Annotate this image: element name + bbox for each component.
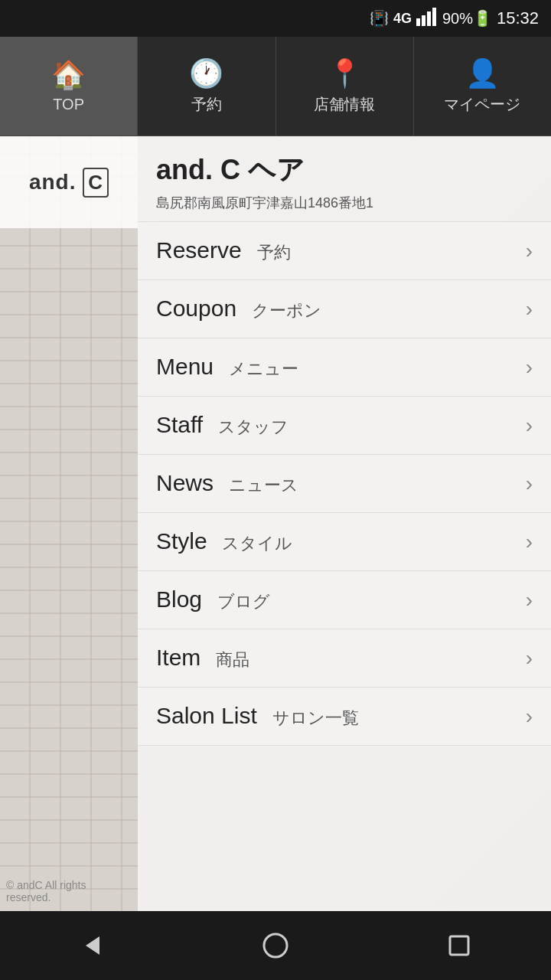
chevron-icon: › (526, 704, 533, 729)
svg-marker-4 (86, 936, 99, 955)
menu-coupon-en: Coupon (156, 296, 236, 321)
menu-item-staff[interactable]: Staff スタッフ › (138, 397, 551, 455)
copyright-text: © andC All rights reserved. (0, 879, 138, 903)
menu-item-coupon[interactable]: Coupon クーポン › (138, 280, 551, 338)
signal-4g: 4G (393, 11, 412, 27)
shop-address: 島尻郡南風原町宇津嘉山1486番地1 (156, 194, 533, 212)
tab-reserve-icon: 🕐 (189, 57, 223, 90)
menu-item-reserve[interactable]: Reserve 予約 › (138, 222, 551, 280)
svg-rect-0 (416, 18, 420, 26)
menu-menu-en: Menu (156, 354, 214, 379)
signal-bars (416, 8, 438, 29)
main-content: and. C © andC All rights reserved. and. … (0, 136, 551, 911)
svg-point-5 (264, 934, 287, 957)
menu-item-blog[interactable]: Blog ブログ › (138, 571, 551, 629)
tab-store-label: 店舗情報 (314, 94, 375, 115)
logo: and. C (29, 168, 109, 198)
menu-salonlist-ja: サロン一覧 (272, 708, 359, 727)
shop-header: and. C ヘア 島尻郡南風原町宇津嘉山1486番地1 (138, 136, 551, 222)
menu-news-en: News (156, 470, 214, 495)
menu-item-style[interactable]: Style スタイル › (138, 513, 551, 571)
menu-style-ja: スタイル (222, 534, 292, 553)
menu-item-salonlist[interactable]: Salon List サロン一覧 › (138, 688, 551, 746)
menu-overlay: and. C ヘア 島尻郡南風原町宇津嘉山1486番地1 Reserve 予約 … (138, 136, 551, 911)
menu-item-ja: 商品 (216, 650, 249, 669)
tab-top-icon: 🏠 (51, 59, 86, 91)
recents-button[interactable] (436, 923, 482, 969)
tab-store[interactable]: 📍 店舗情報 (276, 37, 414, 136)
menu-staff-ja: スタッフ (218, 417, 289, 436)
chevron-icon: › (526, 588, 533, 612)
svg-rect-6 (450, 936, 468, 955)
logo-c-box: C (83, 168, 109, 198)
menu-item-news[interactable]: News ニュース › (138, 455, 551, 513)
menu-item-item[interactable]: Item 商品 › (138, 629, 551, 688)
chevron-icon: › (526, 413, 533, 438)
nav-bar (0, 911, 551, 980)
home-button[interactable] (253, 923, 298, 969)
svg-rect-1 (422, 15, 425, 26)
menu-coupon-ja: クーポン (252, 301, 321, 320)
menu-blog-en: Blog (156, 586, 202, 612)
chevron-icon: › (526, 472, 533, 496)
vibrate-icon: 📳 (370, 9, 389, 28)
menu-reserve-en: Reserve (156, 237, 242, 263)
battery-icon: 90%🔋 (442, 9, 492, 28)
status-icons: 📳 4G 90%🔋 15:32 (370, 8, 539, 29)
tab-top-label: TOP (53, 96, 84, 113)
shop-name: and. C ヘア (156, 152, 533, 189)
tab-store-icon: 📍 (328, 57, 362, 90)
menu-blog-ja: ブログ (217, 592, 270, 611)
tab-mypage[interactable]: 👤 マイページ (414, 37, 551, 136)
menu-staff-en: Staff (156, 412, 203, 437)
menu-menu-ja: メニュー (229, 359, 298, 378)
svg-rect-3 (432, 8, 436, 26)
tab-mypage-label: マイページ (444, 94, 520, 115)
chevron-icon: › (526, 646, 533, 671)
menu-item-en: Item (156, 645, 201, 670)
tab-mypage-icon: 👤 (465, 57, 500, 90)
menu-reserve-ja: 予約 (257, 243, 291, 262)
chevron-icon: › (526, 239, 533, 263)
back-button[interactable] (69, 923, 115, 969)
tab-reserve[interactable]: 🕐 予約 (138, 37, 276, 136)
status-bar: 📳 4G 90%🔋 15:32 (0, 0, 551, 37)
menu-salonlist-en: Salon List (156, 703, 257, 728)
chevron-icon: › (526, 530, 533, 554)
menu-news-ja: ニュース (229, 475, 298, 495)
logo-panel: and. C (0, 136, 138, 228)
time-display: 15:32 (497, 8, 539, 28)
tab-bar: 🏠 TOP 🕐 予約 📍 店舗情報 👤 マイページ (0, 37, 551, 136)
chevron-icon: › (526, 297, 533, 322)
menu-style-en: Style (156, 528, 207, 554)
menu-item-menu[interactable]: Menu メニュー › (138, 338, 551, 397)
logo-text-and: and. (29, 170, 77, 194)
chevron-icon: › (526, 355, 533, 380)
tab-reserve-label: 予約 (191, 94, 222, 115)
svg-rect-2 (427, 11, 431, 26)
tab-top[interactable]: 🏠 TOP (0, 37, 138, 136)
